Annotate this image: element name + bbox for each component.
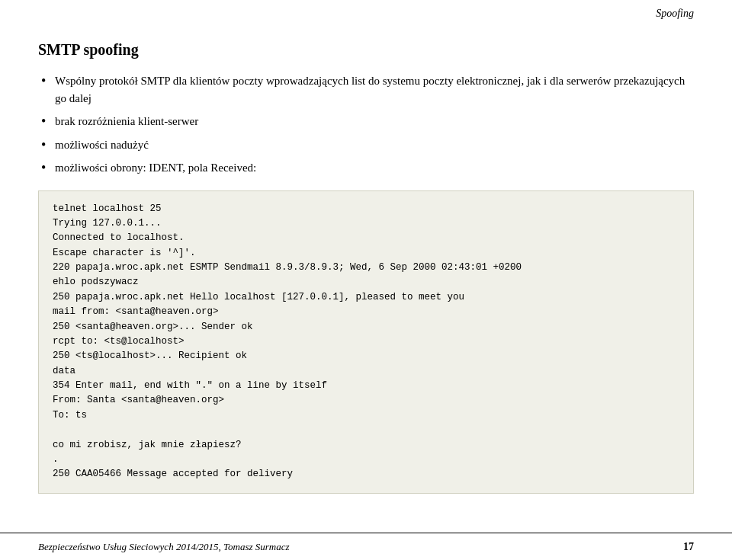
page-container: Spoofing SMTP spoofing Wspólny protokół …	[0, 0, 732, 560]
footer-page-number: 17	[683, 541, 694, 553]
footer-left: Bezpieczeństwo Usług Sieciowych 2014/201…	[38, 541, 290, 553]
main-content: SMTP spoofing Wspólny protokół SMTP dla …	[38, 26, 694, 494]
bullet-list: Wspólny protokół SMTP dla klientów poczt…	[38, 72, 694, 177]
footer: Bezpieczeństwo Usług Sieciowych 2014/201…	[0, 533, 732, 560]
bullet-item-3: możliwości nadużyć	[38, 136, 694, 154]
section-title: SMTP spoofing	[38, 41, 694, 59]
header: Spoofing	[38, 0, 694, 26]
header-title: Spoofing	[656, 8, 694, 20]
bullet-item-4: możliwości obrony: IDENT, pola Received:	[38, 159, 694, 177]
bullet-item-1: Wspólny protokół SMTP dla klientów poczt…	[38, 72, 694, 107]
code-block: telnet localhost 25 Trying 127.0.0.1... …	[38, 190, 694, 494]
bullet-item-2: brak rozróżnienia klient-serwer	[38, 113, 694, 130]
